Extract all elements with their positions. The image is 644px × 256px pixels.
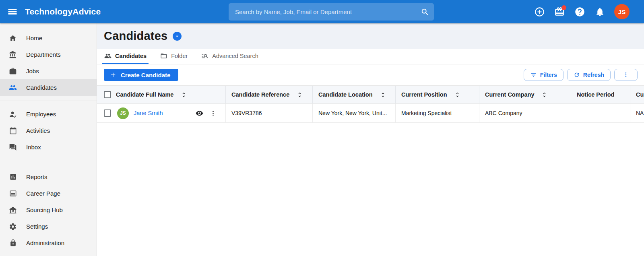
people-icon — [104, 52, 111, 60]
sidebar-item-reports[interactable]: Reports — [0, 169, 97, 185]
sidebar-item-candidates[interactable]: Candidates — [0, 79, 97, 96]
bar-chart-icon — [9, 173, 17, 181]
chat-icon — [9, 143, 17, 151]
preview-button[interactable] — [195, 109, 204, 118]
select-all-checkbox[interactable] — [104, 91, 111, 98]
sort-icon[interactable] — [181, 92, 187, 98]
tab-candidates[interactable]: Candidates — [102, 49, 149, 64]
sidebar-item-activities[interactable]: Activities — [0, 122, 97, 139]
column-header: Cur — [636, 91, 644, 98]
tab-advanced-search[interactable]: Advanced Search — [199, 49, 260, 64]
sort-icon[interactable] — [297, 92, 303, 98]
filters-button[interactable]: Filters — [524, 69, 564, 81]
candidate-avatar: JS — [117, 107, 129, 119]
sidebar-item-label: Inbox — [26, 144, 41, 151]
tab-folder[interactable]: Folder — [158, 49, 190, 64]
sidebar-item-label: Employees — [26, 111, 56, 118]
home-icon — [9, 34, 17, 42]
folder-icon — [160, 52, 167, 60]
bank-icon — [9, 51, 17, 59]
sidebar-item-sourcing-hub[interactable]: Sourcing Hub — [0, 202, 97, 218]
sidebar-item-label: Settings — [26, 223, 48, 230]
table-header-row: Candidate Full Name Candidate Reference … — [97, 85, 644, 104]
plus-circle-icon — [534, 6, 545, 17]
create-candidate-button[interactable]: Create Candidate — [104, 69, 178, 81]
row-menu-button[interactable] — [209, 109, 217, 118]
sidebar-item-label: Sourcing Hub — [26, 206, 63, 213]
module-dropdown-button[interactable] — [173, 32, 182, 41]
search-icon — [421, 8, 429, 17]
sidebar: Home Departments Jobs Candidates Employe… — [0, 23, 97, 256]
document-icon — [9, 190, 17, 198]
global-search — [229, 3, 434, 21]
sidebar-item-departments[interactable]: Departments — [0, 46, 97, 63]
create-candidate-label: Create Candidate — [121, 72, 170, 78]
current-company: ABC Company — [485, 110, 522, 116]
sidebar-item-employees[interactable]: Employees — [0, 106, 97, 122]
sidebar-item-home[interactable]: Home — [0, 30, 97, 46]
page-header: Candidates — [97, 23, 644, 49]
refresh-icon — [574, 72, 580, 78]
tab-label: Folder — [171, 53, 188, 59]
toolbar: Create Candidate Filters Refresh — [97, 64, 644, 85]
kebab-icon — [210, 110, 217, 117]
column-header: Candidate Full Name — [116, 91, 173, 98]
column-header: Current Company — [485, 91, 534, 98]
sidebar-divider — [0, 101, 97, 101]
sort-icon[interactable] — [454, 92, 460, 98]
tabbar: Candidates Folder Advanced Search — [97, 49, 644, 64]
main-content: Candidates Candidates Folder Advanced Se… — [97, 23, 644, 256]
sort-icon[interactable] — [380, 92, 386, 98]
current-position: Marketing Specialist — [401, 110, 452, 116]
sidebar-item-label: Jobs — [26, 68, 39, 74]
refresh-button[interactable]: Refresh — [567, 69, 611, 81]
search-button[interactable] — [416, 3, 434, 21]
sidebar-item-label: Administration — [26, 239, 64, 246]
row-checkbox[interactable] — [104, 109, 111, 117]
column-header: Candidate Reference — [231, 91, 289, 98]
whats-new-button[interactable] — [554, 6, 565, 17]
candidate-reference: V39VR3786 — [231, 110, 262, 116]
user-avatar[interactable]: JS — [614, 4, 630, 19]
filters-label: Filters — [540, 72, 557, 78]
briefcase-icon — [9, 67, 17, 75]
sidebar-item-inbox[interactable]: Inbox — [0, 139, 97, 155]
search-input[interactable] — [229, 3, 416, 21]
plus-icon — [109, 71, 117, 78]
topbar: TechnologyAdvice — [0, 0, 644, 23]
quick-add-button[interactable] — [534, 6, 545, 17]
kebab-icon — [623, 72, 629, 78]
table-row: JS Jane Smith — [97, 104, 644, 123]
candidate-name-link[interactable]: Jane Smith — [134, 110, 163, 116]
current-extra: NA — [636, 110, 644, 116]
column-header: Notice Period — [577, 91, 614, 98]
lock-icon — [9, 239, 17, 247]
tab-label: Advanced Search — [212, 53, 258, 59]
candidates-table: Candidate Full Name Candidate Reference … — [97, 85, 644, 123]
topbar-actions: JS — [534, 4, 630, 19]
brand-logo: TechnologyAdvice — [25, 7, 101, 17]
notification-dot — [561, 5, 566, 10]
advanced-search-icon — [201, 52, 208, 60]
sidebar-item-settings[interactable]: Settings — [0, 218, 97, 235]
refresh-label: Refresh — [583, 72, 604, 78]
sidebar-item-label: Candidates — [26, 84, 57, 91]
notifications-button[interactable] — [594, 6, 605, 17]
person-check-icon — [9, 110, 17, 118]
sidebar-item-label: Reports — [26, 173, 47, 180]
sidebar-item-jobs[interactable]: Jobs — [0, 63, 97, 79]
hamburger-icon — [7, 6, 18, 17]
sort-icon[interactable] — [541, 92, 547, 98]
sidebar-item-career-page[interactable]: Career Page — [0, 185, 97, 202]
bell-icon — [595, 7, 605, 17]
calendar-icon — [9, 127, 17, 135]
menu-button[interactable] — [3, 4, 22, 20]
help-button[interactable] — [574, 6, 585, 17]
museum-icon — [9, 206, 17, 214]
sidebar-divider — [0, 162, 97, 162]
sidebar-item-label: Departments — [26, 51, 61, 58]
more-actions-button[interactable] — [614, 69, 638, 81]
gear-icon — [9, 223, 17, 231]
help-icon — [574, 6, 585, 17]
sidebar-item-administration[interactable]: Administration — [0, 235, 97, 251]
